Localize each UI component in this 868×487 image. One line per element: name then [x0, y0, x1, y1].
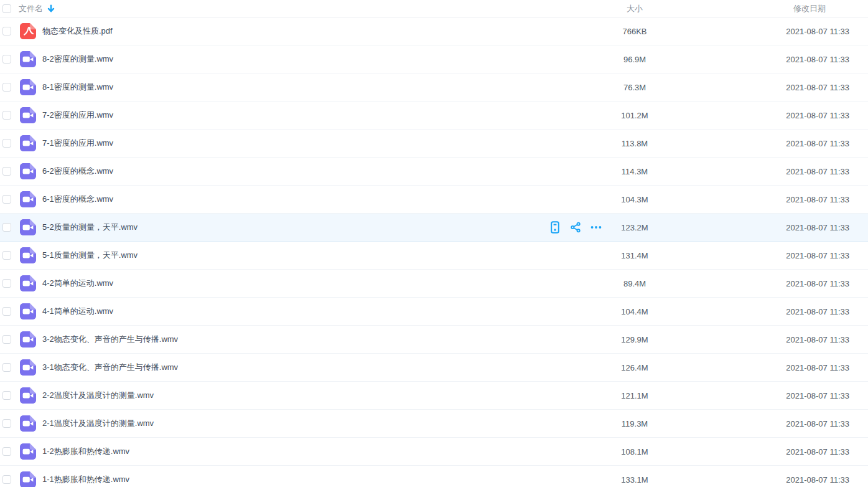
- share-icon[interactable]: [570, 221, 581, 234]
- video-file-icon: [20, 79, 36, 95]
- video-file-icon: [20, 303, 36, 319]
- file-name-link[interactable]: 6-2密度的概念.wmv: [42, 166, 549, 177]
- table-row[interactable]: 7-1密度的应用.wmv: [0, 130, 868, 158]
- column-header-filename[interactable]: 文件名: [19, 3, 43, 14]
- file-size: 114.3M: [607, 167, 663, 176]
- file-type-icon: [20, 247, 36, 263]
- row-checkbox[interactable]: [2, 55, 11, 64]
- video-file-icon: [20, 163, 36, 179]
- download-icon[interactable]: [549, 221, 561, 234]
- file-type-icon: [20, 359, 36, 376]
- header-filename-group: 文件名: [19, 3, 607, 14]
- file-name-link[interactable]: 7-2密度的应用.wmv: [42, 110, 549, 121]
- row-checkbox-cell: [2, 279, 11, 288]
- table-row[interactable]: 8-1密度的测量.wmv: [0, 73, 868, 102]
- table-row[interactable]: 3-1物态变化、声音的产生与传播.wmv: [0, 354, 868, 382]
- file-size: 104.4M: [607, 307, 663, 316]
- table-row[interactable]: 7-2密度的应用.wmv: [0, 102, 868, 130]
- column-header-size: 大小: [607, 3, 663, 14]
- file-name-link[interactable]: 8-1密度的测量.wmv: [42, 82, 549, 93]
- row-checkbox[interactable]: [2, 335, 11, 344]
- row-checkbox[interactable]: [2, 27, 11, 35]
- select-all-checkbox[interactable]: [2, 4, 11, 13]
- row-checkbox[interactable]: [2, 167, 11, 176]
- table-row[interactable]: 2-1温度计及温度计的测量.wmv: [0, 410, 868, 438]
- row-checkbox[interactable]: [2, 419, 11, 428]
- file-name-link[interactable]: 3-1物态变化、声音的产生与传播.wmv: [42, 362, 549, 373]
- file-size: 126.4M: [607, 363, 663, 372]
- table-row[interactable]: 3-2物态变化、声音的产生与传播.wmv: [0, 326, 868, 354]
- file-name-link[interactable]: 物态变化及性质.pdf: [42, 26, 549, 37]
- file-modified-date: 2021-08-07 11:33: [663, 55, 868, 64]
- file-list-table: 文件名 大小 修改日期 物态变化及性质.pdf: [0, 0, 868, 487]
- file-name-link[interactable]: 5-1质量的测量，天平.wmv: [42, 250, 549, 261]
- file-size: 766KB: [607, 27, 663, 36]
- row-checkbox-cell: [2, 419, 11, 428]
- row-checkbox-cell: [2, 251, 11, 260]
- row-checkbox[interactable]: [2, 363, 11, 372]
- row-checkbox[interactable]: [2, 307, 11, 316]
- row-checkbox[interactable]: [2, 195, 11, 204]
- file-size: 129.9M: [607, 335, 663, 344]
- pdf-file-icon: [20, 23, 36, 39]
- table-row[interactable]: 5-1质量的测量，天平.wmv: [0, 242, 868, 270]
- row-checkbox[interactable]: [2, 391, 11, 400]
- row-checkbox[interactable]: [2, 223, 11, 232]
- file-type-icon: [20, 107, 36, 123]
- file-name-link[interactable]: 1-2热膨胀和热传递.wmv: [42, 446, 549, 457]
- row-checkbox-cell: [2, 139, 11, 148]
- table-row[interactable]: 4-1简单的运动.wmv: [0, 298, 868, 326]
- file-modified-date: 2021-08-07 11:33: [663, 167, 868, 176]
- row-checkbox[interactable]: [2, 251, 11, 260]
- file-type-icon: [20, 163, 36, 179]
- video-file-icon: [20, 359, 36, 376]
- file-name-link[interactable]: 2-1温度计及温度计的测量.wmv: [42, 418, 549, 429]
- video-file-icon: [20, 331, 36, 348]
- table-row[interactable]: 1-1热膨胀和热传递.wmv: [0, 466, 868, 487]
- row-checkbox[interactable]: [2, 111, 11, 120]
- file-name-link[interactable]: 4-1简单的运动.wmv: [42, 306, 549, 317]
- row-checkbox-cell: [2, 475, 11, 484]
- table-row[interactable]: 6-2密度的概念.wmv: [0, 158, 868, 186]
- file-type-icon: [20, 303, 36, 319]
- video-file-icon: [20, 443, 36, 460]
- row-checkbox-cell: [2, 27, 11, 35]
- row-checkbox-cell: [2, 167, 11, 176]
- row-checkbox[interactable]: [2, 447, 11, 456]
- file-size: 133.1M: [607, 475, 663, 485]
- file-name-link[interactable]: 1-1热膨胀和热传递.wmv: [42, 474, 549, 485]
- table-row[interactable]: 8-2密度的测量.wmv: [0, 45, 868, 73]
- file-name-link[interactable]: 6-1密度的概念.wmv: [42, 194, 549, 205]
- table-row[interactable]: 4-2简单的运动.wmv: [0, 270, 868, 298]
- table-row[interactable]: 5-2质量的测量，天平.wmv: [0, 214, 868, 242]
- file-name-link[interactable]: 4-2简单的运动.wmv: [42, 278, 549, 289]
- table-row[interactable]: 1-2热膨胀和热传递.wmv: [0, 438, 868, 466]
- file-name-link[interactable]: 5-2质量的测量，天平.wmv: [42, 222, 549, 233]
- more-icon[interactable]: [590, 221, 602, 234]
- file-modified-date: 2021-08-07 11:33: [663, 279, 868, 288]
- row-checkbox[interactable]: [2, 83, 11, 92]
- row-checkbox[interactable]: [2, 139, 11, 148]
- row-checkbox[interactable]: [2, 475, 11, 484]
- file-size: 96.9M: [607, 55, 663, 64]
- table-row[interactable]: 6-1密度的概念.wmv: [0, 186, 868, 214]
- table-row[interactable]: 物态变化及性质.pdf: [0, 17, 868, 45]
- sort-descending-icon[interactable]: [47, 4, 55, 12]
- row-checkbox-cell: [2, 447, 11, 456]
- video-file-icon: [20, 471, 36, 487]
- file-name-link[interactable]: 3-2物态变化、声音的产生与传播.wmv: [42, 334, 549, 345]
- file-type-icon: [20, 387, 36, 404]
- file-type-icon: [20, 331, 36, 348]
- file-name-link[interactable]: 8-2密度的测量.wmv: [42, 54, 549, 65]
- row-checkbox-cell: [2, 335, 11, 344]
- file-size: 121.1M: [607, 391, 663, 400]
- file-name-link[interactable]: 7-1密度的应用.wmv: [42, 138, 549, 149]
- row-checkbox-cell: [2, 223, 11, 232]
- video-file-icon: [20, 415, 36, 432]
- video-file-icon: [20, 219, 36, 235]
- table-row[interactable]: 2-2温度计及温度计的测量.wmv: [0, 382, 868, 410]
- file-type-icon: [20, 135, 36, 151]
- row-checkbox[interactable]: [2, 279, 11, 288]
- file-modified-date: 2021-08-07 11:33: [663, 251, 868, 260]
- file-name-link[interactable]: 2-2温度计及温度计的测量.wmv: [42, 390, 549, 401]
